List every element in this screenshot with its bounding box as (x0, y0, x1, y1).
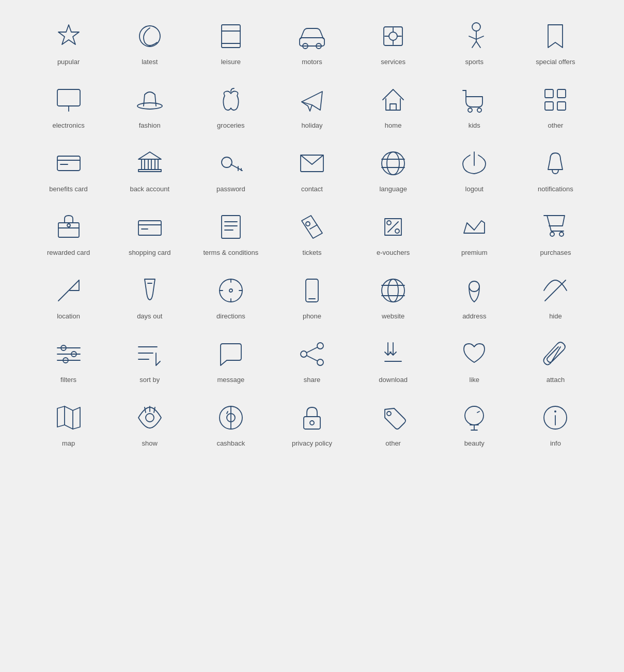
hide-icon[interactable]: hide (515, 265, 596, 328)
terms-icon[interactable]: terms & conditions (190, 201, 271, 265)
purchases-icon-svg (540, 211, 571, 242)
holiday-icon[interactable]: holiday (271, 74, 352, 138)
icon-label: tickets (303, 249, 322, 256)
share-icon[interactable]: share (271, 328, 352, 392)
icon-label: latest (142, 58, 158, 66)
icon-label: language (379, 185, 407, 193)
groceries-icon[interactable]: groceries (190, 74, 271, 138)
icon-label: attach (547, 376, 565, 384)
latest-icon[interactable]: latest (109, 10, 190, 74)
address-icon[interactable]: address (434, 265, 515, 328)
purchases-icon[interactable]: purchases (515, 201, 596, 265)
motors-icon[interactable]: motors (271, 10, 352, 74)
svg-rect-49 (222, 216, 240, 238)
website-icon-svg (378, 275, 409, 306)
svg-point-15 (137, 103, 162, 109)
like-icon[interactable]: like (434, 328, 515, 392)
privacy-icon[interactable]: privacy policy (271, 392, 352, 455)
services-icon[interactable]: services (353, 10, 434, 74)
back-account-icon[interactable]: back account (109, 138, 190, 201)
address-icon-svg (459, 275, 490, 306)
leisure-icon[interactable]: leisure (190, 10, 271, 74)
beauty-icon[interactable]: beauty (434, 392, 515, 455)
premium-icon[interactable]: premium (434, 201, 515, 265)
svg-rect-23 (545, 102, 553, 110)
svg-point-58 (550, 232, 554, 236)
icon-label: groceries (217, 121, 244, 129)
special-offers-icon-svg (540, 21, 571, 52)
show-icon[interactable]: show (109, 392, 190, 455)
evouchers-icon[interactable]: e-vouchers (353, 201, 434, 265)
website-icon[interactable]: website (353, 265, 434, 328)
icon-label: download (379, 376, 408, 384)
filters-icon[interactable]: filters (28, 328, 109, 392)
popular-icon[interactable]: pupular (28, 10, 109, 74)
icon-label: notifications (538, 185, 573, 193)
directions-icon[interactable]: directions (190, 265, 271, 328)
sort-by-icon[interactable]: sort by (109, 328, 190, 392)
password-icon[interactable]: password (190, 138, 271, 201)
icon-label: motors (302, 58, 322, 66)
icon-label: message (217, 376, 244, 384)
notifications-icon[interactable]: notifications (515, 138, 596, 201)
shopping-card-icon-svg (134, 211, 165, 242)
home-icon[interactable]: home (353, 74, 434, 138)
svg-rect-99 (304, 417, 320, 429)
message-icon[interactable]: message (190, 328, 271, 392)
phone-icon[interactable]: phone (271, 265, 352, 328)
kids-icon[interactable]: kids (434, 74, 515, 138)
benefits-card-icon-svg (53, 148, 84, 179)
svg-rect-46 (138, 221, 161, 235)
svg-line-94 (145, 407, 146, 413)
electronics-icon[interactable]: electronics (28, 74, 109, 138)
icon-label: cashback (216, 439, 245, 447)
logout-icon[interactable]: logout (434, 138, 515, 201)
svg-line-56 (388, 222, 398, 232)
map-icon[interactable]: map (28, 392, 109, 455)
icon-label: location (57, 312, 80, 320)
svg-rect-31 (155, 159, 158, 170)
svg-line-34 (231, 164, 242, 171)
attach-icon-svg (540, 339, 571, 370)
svg-point-59 (559, 232, 564, 236)
svg-marker-0 (58, 25, 79, 44)
icon-label: days out (137, 312, 162, 320)
other-icon-1[interactable]: other (515, 74, 596, 138)
evouchers-icon-svg (378, 211, 409, 242)
svg-point-86 (301, 351, 307, 357)
download-icon[interactable]: download (353, 328, 434, 392)
icon-label: show (142, 439, 158, 447)
download-icon-svg (378, 339, 409, 370)
shopping-card-icon[interactable]: shopping card (109, 201, 190, 265)
rewarded-card-icon[interactable]: rewarded card (28, 201, 109, 265)
benefits-card-icon[interactable]: benefits card (28, 138, 109, 201)
map-icon-svg (53, 402, 84, 433)
language-icon-svg (378, 148, 409, 179)
cashback-icon[interactable]: cashback (190, 392, 271, 455)
tickets-icon[interactable]: tickets (271, 201, 352, 265)
home-icon-svg (378, 84, 409, 115)
attach-icon[interactable]: attach (515, 328, 596, 392)
other-icon-2[interactable]: other (353, 392, 434, 455)
holiday-icon-svg (297, 84, 327, 115)
info-icon[interactable]: info (515, 392, 596, 455)
like-icon-svg (459, 339, 490, 370)
svg-point-85 (317, 343, 323, 349)
svg-point-71 (388, 279, 398, 302)
contact-icon[interactable]: contact (271, 138, 352, 201)
svg-point-38 (382, 152, 404, 175)
share-icon-svg (297, 339, 327, 370)
svg-point-45 (67, 224, 70, 227)
icon-label: contact (301, 185, 323, 193)
fashion-icon[interactable]: fashion (109, 74, 190, 138)
sports-icon[interactable]: sports (434, 10, 515, 74)
icon-label: other (548, 121, 564, 129)
language-icon[interactable]: language (353, 138, 434, 201)
terms-icon-svg (215, 211, 246, 242)
special-offers-icon[interactable]: special offers (515, 10, 596, 74)
days-out-icon[interactable]: days out (109, 265, 190, 328)
location-icon[interactable]: location (28, 265, 109, 328)
icon-label: pupular (57, 58, 80, 66)
sort-by-icon-svg (134, 339, 165, 370)
icon-label: sports (465, 58, 483, 66)
